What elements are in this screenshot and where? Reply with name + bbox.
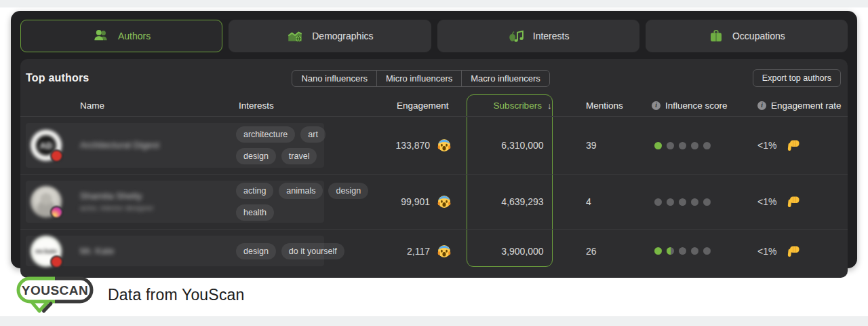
table-header-row: Name Interests Engagement Subscribers ↓ … — [20, 94, 848, 116]
influence-dot-off — [691, 198, 698, 206]
col-header-interests[interactable]: Interests — [236, 101, 378, 111]
influence-score-dots — [630, 198, 732, 206]
influence-dot-off — [703, 142, 711, 149]
engagement-rate-value: <1% — [757, 140, 776, 151]
scream-emoji — [437, 195, 451, 209]
author-row[interactable]: mr.kate Mr. Kate design do it yourself 2… — [20, 229, 848, 272]
youscan-logo: YOUSCAN — [12, 276, 98, 314]
info-icon: i — [757, 101, 766, 110]
influence-dot-off — [703, 247, 711, 255]
filter-macro-influencers[interactable]: Macro influencers — [461, 70, 550, 87]
col-header-engagement[interactable]: Engagement — [378, 101, 480, 111]
interest-tag[interactable]: design — [236, 148, 276, 164]
avatar[interactable]: AD — [31, 130, 62, 161]
interest-tag[interactable]: acting — [236, 183, 273, 199]
influence-dot-off — [691, 247, 698, 255]
authors-table: Name Interests Engagement Subscribers ↓ … — [20, 94, 848, 272]
influence-dot-off — [679, 198, 686, 206]
top-authors-panel: Top authors Nano influencers Micro influ… — [20, 59, 848, 278]
panel-header: Top authors Nano influencers Micro influ… — [20, 66, 848, 90]
attribution-text: Data from YouScan — [108, 286, 245, 304]
engagement-value: 133,870 — [378, 140, 430, 151]
influence-dot-off — [667, 142, 674, 149]
page-bottom-margin — [0, 316, 868, 326]
avatar[interactable] — [31, 186, 62, 217]
demographics-icon — [286, 27, 304, 45]
influence-dot-off — [679, 142, 686, 149]
col-header-influence-score[interactable]: i Influence score — [630, 101, 732, 111]
subscribers-value: 6,310,000 — [501, 140, 543, 151]
filter-micro-influencers[interactable]: Micro influencers — [376, 70, 462, 87]
col-header-name[interactable]: Name — [20, 101, 236, 111]
avatar[interactable]: mr.kate — [31, 236, 62, 267]
interest-tags: design do it yourself — [236, 243, 378, 259]
influencer-filter: Nano influencers Micro influencers Macro… — [292, 70, 549, 87]
mentions-value: 26 — [565, 246, 630, 257]
occupations-icon — [708, 28, 724, 44]
author-subtitle: actor, interior designer — [80, 203, 236, 214]
engagement-rate-value: <1% — [757, 246, 776, 257]
tab-interests-label: Interests — [533, 31, 570, 41]
interest-tags: acting animals design health — [236, 183, 378, 221]
author-name[interactable]: Architectural Digest — [80, 139, 236, 152]
influence-dot-off — [679, 247, 686, 255]
mentions-value: 39 — [565, 140, 630, 151]
author-row[interactable]: Shamita Shetty actor, interior designer … — [20, 174, 848, 229]
influence-dot-off — [667, 198, 674, 206]
influence-dot-off — [691, 142, 698, 149]
subscribers-value: 3,900,000 — [501, 246, 543, 257]
influence-dot-on — [654, 247, 662, 255]
interest-tag[interactable]: travel — [281, 148, 317, 164]
engagement-value: 2,117 — [378, 246, 430, 257]
youscan-logo-text: YOUSCAN — [22, 283, 89, 297]
engagement-value: 99,901 — [378, 196, 430, 207]
influence-dot-off — [703, 198, 711, 206]
interest-tag[interactable]: animals — [279, 183, 323, 199]
engagement-rate-value: <1% — [757, 196, 776, 207]
subscribers-value: 4,639,293 — [501, 196, 543, 207]
scream-emoji — [437, 139, 451, 152]
tab-demographics-label: Demographics — [312, 31, 373, 41]
thumbs-down-emoji — [787, 195, 800, 209]
pinterest-badge-icon — [50, 149, 63, 162]
instagram-badge-icon — [50, 206, 63, 219]
tab-interests[interactable]: Interests — [437, 20, 639, 52]
influence-score-dots — [630, 142, 732, 149]
interest-tag[interactable]: health — [236, 204, 274, 221]
influence-dot-half — [667, 247, 674, 255]
interest-tags: architecture art design travel — [236, 126, 378, 164]
col-header-subscribers[interactable]: Subscribers ↓ — [494, 101, 552, 111]
interest-tag[interactable]: do it yourself — [281, 243, 344, 259]
author-name[interactable]: Shamita Shetty — [80, 189, 236, 203]
influence-dot-off — [654, 198, 662, 206]
pinterest-badge-icon — [50, 255, 63, 268]
thumbs-down-emoji — [787, 244, 800, 258]
mentions-value: 4 — [565, 196, 630, 207]
tab-authors-label: Authors — [118, 31, 151, 41]
tab-bar: Authors Demographics — [20, 20, 848, 52]
col-header-engagement-rate[interactable]: i Engagement rate — [732, 101, 848, 111]
author-name[interactable]: Mr. Kate — [80, 244, 236, 258]
influence-score-dots — [630, 247, 732, 255]
interest-tag[interactable]: art — [300, 126, 326, 143]
authors-icon — [92, 27, 110, 45]
col-header-mentions[interactable]: Mentions — [565, 101, 630, 111]
page-top-margin — [0, 0, 868, 7]
top-authors-widget: Authors Demographics — [11, 11, 857, 268]
attribution: YOUSCAN Data from YouScan — [12, 276, 245, 314]
interest-tag[interactable]: design — [236, 243, 276, 259]
interests-icon — [507, 27, 525, 45]
thumbs-down-emoji — [787, 139, 800, 152]
panel-title: Top authors — [26, 72, 89, 84]
interest-tag[interactable]: architecture — [236, 126, 295, 143]
tab-occupations[interactable]: Occupations — [646, 20, 848, 52]
interest-tag[interactable]: design — [328, 183, 368, 199]
filter-nano-influencers[interactable]: Nano influencers — [292, 70, 377, 87]
author-row[interactable]: AD Architectural Digest architecture art… — [20, 116, 848, 174]
sort-desc-icon: ↓ — [547, 101, 552, 111]
export-top-authors-button[interactable]: Export top authors — [753, 69, 841, 87]
info-icon: i — [652, 101, 660, 110]
scream-emoji — [437, 244, 451, 258]
tab-authors[interactable]: Authors — [20, 20, 222, 52]
tab-demographics[interactable]: Demographics — [229, 20, 431, 52]
